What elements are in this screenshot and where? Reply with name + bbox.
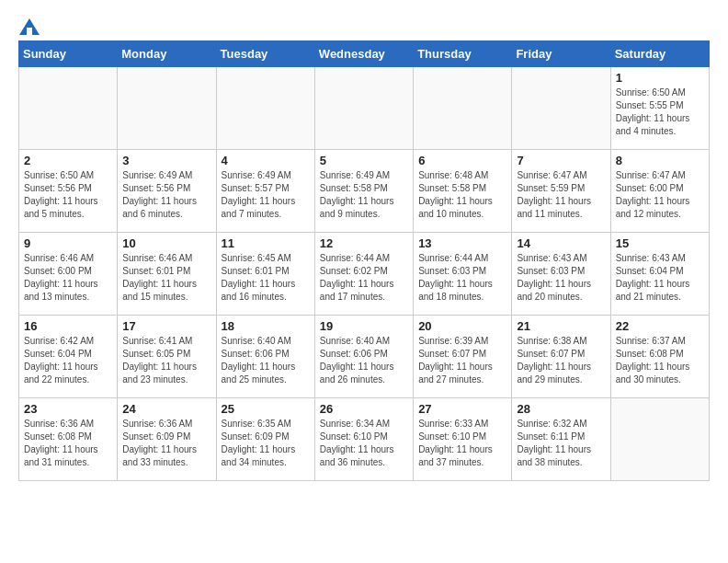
day-number: 28 <box>517 402 605 416</box>
day-number: 8 <box>616 154 704 167</box>
calendar-cell <box>118 67 216 150</box>
day-number: 25 <box>222 402 310 416</box>
weekday-header: Tuesday <box>216 41 314 67</box>
day-info: Sunrise: 6:42 AM Sunset: 6:04 PM Dayligh… <box>24 335 112 386</box>
calendar-cell <box>414 67 512 150</box>
calendar-cell: 10Sunrise: 6:46 AM Sunset: 6:01 PM Dayli… <box>118 233 216 316</box>
calendar-cell: 3Sunrise: 6:49 AM Sunset: 5:56 PM Daylig… <box>118 150 216 233</box>
day-number: 11 <box>222 236 310 250</box>
day-number: 6 <box>418 154 506 167</box>
day-info: Sunrise: 6:40 AM Sunset: 6:06 PM Dayligh… <box>222 335 310 386</box>
logo-icon <box>19 18 40 35</box>
day-info: Sunrise: 6:47 AM Sunset: 6:00 PM Dayligh… <box>616 169 704 221</box>
calendar-cell: 11Sunrise: 6:45 AM Sunset: 6:01 PM Dayli… <box>216 233 314 316</box>
calendar-cell: 1Sunrise: 6:50 AM Sunset: 5:55 PM Daylig… <box>610 67 709 150</box>
calendar-cell: 27Sunrise: 6:33 AM Sunset: 6:10 PM Dayli… <box>414 398 512 481</box>
weekday-header: Wednesday <box>314 41 413 67</box>
day-info: Sunrise: 6:49 AM Sunset: 5:56 PM Dayligh… <box>122 169 210 221</box>
day-number: 5 <box>320 154 408 167</box>
day-info: Sunrise: 6:38 AM Sunset: 6:07 PM Dayligh… <box>517 335 605 386</box>
weekday-header: Sunday <box>19 41 118 67</box>
calendar-week-row: 23Sunrise: 6:36 AM Sunset: 6:08 PM Dayli… <box>19 398 710 481</box>
calendar-cell: 5Sunrise: 6:49 AM Sunset: 5:58 PM Daylig… <box>314 150 413 233</box>
weekday-header: Saturday <box>610 41 709 67</box>
day-number: 12 <box>320 236 408 250</box>
calendar-cell: 18Sunrise: 6:40 AM Sunset: 6:06 PM Dayli… <box>216 316 314 398</box>
calendar-cell: 14Sunrise: 6:43 AM Sunset: 6:03 PM Dayli… <box>512 233 610 316</box>
logo <box>18 18 40 31</box>
day-info: Sunrise: 6:33 AM Sunset: 6:10 PM Dayligh… <box>418 418 506 469</box>
calendar-cell: 4Sunrise: 6:49 AM Sunset: 5:57 PM Daylig… <box>216 150 314 233</box>
day-number: 16 <box>24 319 112 333</box>
calendar-cell <box>216 67 314 150</box>
calendar-cell: 26Sunrise: 6:34 AM Sunset: 6:10 PM Dayli… <box>314 398 413 481</box>
day-number: 14 <box>517 236 605 250</box>
calendar-cell: 7Sunrise: 6:47 AM Sunset: 5:59 PM Daylig… <box>512 150 610 233</box>
day-info: Sunrise: 6:41 AM Sunset: 6:05 PM Dayligh… <box>122 335 210 386</box>
calendar-cell: 20Sunrise: 6:39 AM Sunset: 6:07 PM Dayli… <box>414 316 512 398</box>
day-info: Sunrise: 6:47 AM Sunset: 5:59 PM Dayligh… <box>517 169 605 221</box>
calendar-cell: 23Sunrise: 6:36 AM Sunset: 6:08 PM Dayli… <box>19 398 118 481</box>
calendar: SundayMondayTuesdayWednesdayThursdayFrid… <box>18 40 710 481</box>
day-number: 7 <box>517 154 605 167</box>
calendar-cell: 21Sunrise: 6:38 AM Sunset: 6:07 PM Dayli… <box>512 316 610 398</box>
day-number: 15 <box>616 236 704 250</box>
day-info: Sunrise: 6:35 AM Sunset: 6:09 PM Dayligh… <box>222 418 310 469</box>
calendar-cell: 13Sunrise: 6:44 AM Sunset: 6:03 PM Dayli… <box>414 233 512 316</box>
day-info: Sunrise: 6:39 AM Sunset: 6:07 PM Dayligh… <box>418 335 506 386</box>
day-number: 9 <box>24 236 112 250</box>
day-number: 13 <box>418 236 506 250</box>
day-number: 22 <box>616 319 704 333</box>
day-info: Sunrise: 6:48 AM Sunset: 5:58 PM Dayligh… <box>418 169 506 221</box>
calendar-week-row: 2Sunrise: 6:50 AM Sunset: 5:56 PM Daylig… <box>19 150 710 233</box>
calendar-cell: 2Sunrise: 6:50 AM Sunset: 5:56 PM Daylig… <box>19 150 118 233</box>
day-number: 2 <box>24 154 112 167</box>
day-number: 4 <box>222 154 310 167</box>
calendar-cell: 6Sunrise: 6:48 AM Sunset: 5:58 PM Daylig… <box>414 150 512 233</box>
calendar-cell: 12Sunrise: 6:44 AM Sunset: 6:02 PM Dayli… <box>314 233 413 316</box>
day-number: 10 <box>122 236 210 250</box>
day-info: Sunrise: 6:36 AM Sunset: 6:09 PM Dayligh… <box>122 418 210 469</box>
calendar-cell: 15Sunrise: 6:43 AM Sunset: 6:04 PM Dayli… <box>610 233 709 316</box>
calendar-cell: 22Sunrise: 6:37 AM Sunset: 6:08 PM Dayli… <box>610 316 709 398</box>
calendar-week-row: 16Sunrise: 6:42 AM Sunset: 6:04 PM Dayli… <box>19 316 710 398</box>
day-number: 19 <box>320 319 408 333</box>
calendar-cell <box>512 67 610 150</box>
day-number: 24 <box>122 402 210 416</box>
day-info: Sunrise: 6:43 AM Sunset: 6:04 PM Dayligh… <box>616 252 704 304</box>
calendar-cell: 19Sunrise: 6:40 AM Sunset: 6:06 PM Dayli… <box>314 316 413 398</box>
day-info: Sunrise: 6:36 AM Sunset: 6:08 PM Dayligh… <box>24 418 112 469</box>
calendar-cell: 24Sunrise: 6:36 AM Sunset: 6:09 PM Dayli… <box>118 398 216 481</box>
day-info: Sunrise: 6:37 AM Sunset: 6:08 PM Dayligh… <box>616 335 704 386</box>
calendar-cell: 28Sunrise: 6:32 AM Sunset: 6:11 PM Dayli… <box>512 398 610 481</box>
calendar-cell <box>314 67 413 150</box>
weekday-header-row: SundayMondayTuesdayWednesdayThursdayFrid… <box>19 41 710 67</box>
calendar-cell: 17Sunrise: 6:41 AM Sunset: 6:05 PM Dayli… <box>118 316 216 398</box>
day-info: Sunrise: 6:40 AM Sunset: 6:06 PM Dayligh… <box>320 335 408 386</box>
day-number: 1 <box>616 71 704 85</box>
day-number: 18 <box>222 319 310 333</box>
day-number: 27 <box>418 402 506 416</box>
day-info: Sunrise: 6:34 AM Sunset: 6:10 PM Dayligh… <box>320 418 408 469</box>
weekday-header: Monday <box>118 41 216 67</box>
day-number: 20 <box>418 319 506 333</box>
calendar-cell: 8Sunrise: 6:47 AM Sunset: 6:00 PM Daylig… <box>610 150 709 233</box>
day-number: 21 <box>517 319 605 333</box>
calendar-cell: 16Sunrise: 6:42 AM Sunset: 6:04 PM Dayli… <box>19 316 118 398</box>
day-number: 17 <box>122 319 210 333</box>
svg-marker-0 <box>19 18 40 35</box>
day-info: Sunrise: 6:32 AM Sunset: 6:11 PM Dayligh… <box>517 418 605 469</box>
day-info: Sunrise: 6:43 AM Sunset: 6:03 PM Dayligh… <box>517 252 605 304</box>
day-info: Sunrise: 6:46 AM Sunset: 6:01 PM Dayligh… <box>122 252 210 304</box>
calendar-week-row: 1Sunrise: 6:50 AM Sunset: 5:55 PM Daylig… <box>19 67 710 150</box>
day-info: Sunrise: 6:50 AM Sunset: 5:55 PM Dayligh… <box>616 86 704 138</box>
day-info: Sunrise: 6:49 AM Sunset: 5:57 PM Dayligh… <box>222 169 310 221</box>
day-number: 23 <box>24 402 112 416</box>
calendar-cell: 25Sunrise: 6:35 AM Sunset: 6:09 PM Dayli… <box>216 398 314 481</box>
weekday-header: Thursday <box>414 41 512 67</box>
day-info: Sunrise: 6:46 AM Sunset: 6:00 PM Dayligh… <box>24 252 112 304</box>
day-info: Sunrise: 6:44 AM Sunset: 6:02 PM Dayligh… <box>320 252 408 304</box>
day-number: 26 <box>320 402 408 416</box>
day-info: Sunrise: 6:44 AM Sunset: 6:03 PM Dayligh… <box>418 252 506 304</box>
day-info: Sunrise: 6:50 AM Sunset: 5:56 PM Dayligh… <box>24 169 112 221</box>
